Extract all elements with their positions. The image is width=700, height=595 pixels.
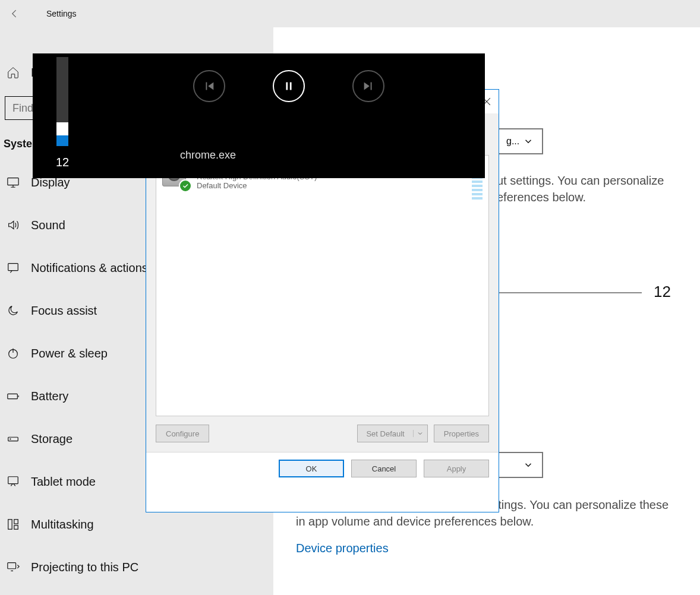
sidebar-item-projecting[interactable]: Projecting to this PC bbox=[2, 546, 273, 588]
monitor-icon bbox=[6, 175, 20, 189]
svg-rect-8 bbox=[14, 520, 18, 524]
device-properties-link[interactable]: Device properties bbox=[296, 542, 389, 555]
output-description: ut settings. You can personalize eferenc… bbox=[497, 172, 664, 205]
storage-icon bbox=[6, 432, 20, 446]
set-default-button[interactable]: Set Default bbox=[357, 425, 427, 442]
previous-track-button[interactable] bbox=[193, 70, 225, 102]
ok-button[interactable]: OK bbox=[279, 460, 344, 477]
apply-button[interactable]: Apply bbox=[424, 460, 489, 477]
pause-icon bbox=[282, 80, 295, 93]
svg-rect-1 bbox=[8, 264, 18, 271]
device-status: Default Device bbox=[197, 181, 317, 190]
moon-icon bbox=[6, 303, 20, 318]
sidebar-item-label: Power & sleep bbox=[31, 347, 108, 360]
sound-icon bbox=[6, 218, 20, 232]
properties-button[interactable]: Properties bbox=[434, 425, 489, 442]
svg-rect-10 bbox=[8, 563, 16, 569]
home-icon bbox=[6, 65, 20, 80]
message-icon bbox=[6, 261, 20, 275]
chevron-down-icon bbox=[523, 460, 534, 470]
multitask-icon bbox=[6, 517, 20, 531]
projecting-icon bbox=[6, 560, 20, 574]
cancel-button[interactable]: Cancel bbox=[351, 460, 417, 477]
next-track-button[interactable] bbox=[352, 70, 384, 102]
svg-rect-0 bbox=[8, 178, 18, 185]
chevron-down-icon bbox=[413, 430, 427, 437]
chevron-down-icon bbox=[523, 136, 534, 147]
arrow-left-icon bbox=[9, 8, 21, 20]
volume-thumb[interactable] bbox=[56, 122, 68, 135]
skip-next-icon bbox=[362, 80, 375, 93]
svg-rect-9 bbox=[14, 526, 18, 529]
master-volume-slider[interactable] bbox=[499, 292, 642, 293]
svg-rect-7 bbox=[8, 520, 12, 530]
window-title: Settings bbox=[30, 9, 77, 18]
volume-value: 12 bbox=[56, 156, 69, 169]
tablet-icon bbox=[6, 474, 20, 489]
dropdown-value: g... bbox=[506, 136, 519, 147]
play-pause-button[interactable] bbox=[273, 70, 305, 102]
power-icon bbox=[6, 346, 20, 360]
skip-previous-icon bbox=[203, 80, 216, 93]
sidebar-item-label: Tablet mode bbox=[31, 475, 96, 489]
svg-rect-6 bbox=[8, 477, 18, 484]
svg-rect-3 bbox=[8, 394, 18, 398]
sidebar-item-label: Sound bbox=[31, 219, 65, 232]
back-button[interactable] bbox=[0, 0, 30, 27]
sidebar-item-label: Notifications & actions bbox=[31, 261, 148, 275]
set-default-label: Set Default bbox=[358, 429, 412, 438]
sidebar-item-label: Multitasking bbox=[31, 518, 94, 531]
master-volume-value: 12 bbox=[654, 283, 671, 301]
sidebar-item-label: Battery bbox=[31, 390, 68, 403]
input-device-dropdown[interactable] bbox=[497, 452, 543, 478]
sidebar-item-label: Storage bbox=[31, 432, 72, 446]
volume-slider[interactable] bbox=[56, 57, 68, 146]
overlay-app-name: chrome.exe bbox=[180, 149, 236, 162]
settings-titlebar: Settings bbox=[0, 0, 700, 27]
svg-point-5 bbox=[10, 439, 11, 439]
battery-icon bbox=[6, 389, 20, 403]
svg-rect-4 bbox=[8, 437, 18, 441]
volume-pane: 12 bbox=[33, 53, 92, 178]
configure-button[interactable]: Configure bbox=[156, 425, 209, 442]
default-badge-icon bbox=[179, 179, 192, 192]
sidebar-item-label: Focus assist bbox=[31, 304, 97, 318]
output-device-dropdown[interactable]: g... bbox=[497, 128, 543, 154]
playback-device-list[interactable]: Speaker/Headphone Realtek High Definitio… bbox=[156, 155, 489, 416]
volume-media-overlay: 12 chrome.exe bbox=[33, 53, 485, 178]
dialog-footer: OK Cancel Apply bbox=[146, 452, 499, 485]
media-controls-pane: chrome.exe bbox=[92, 53, 485, 178]
sidebar-item-label: Projecting to this PC bbox=[31, 561, 138, 574]
volume-fill bbox=[56, 135, 68, 146]
